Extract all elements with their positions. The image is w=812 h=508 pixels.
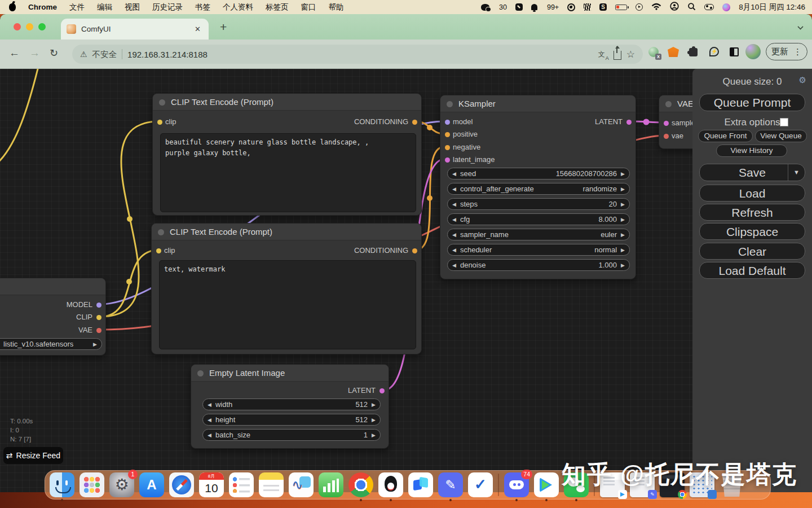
vae-input-port[interactable]	[664, 134, 669, 139]
dock-app-store[interactable]	[139, 472, 164, 497]
zoom-window-button[interactable]	[38, 23, 46, 30]
tab-comfyui[interactable]: ComfyUI ✕	[61, 19, 209, 40]
extensions-puzzle-icon[interactable]	[689, 48, 698, 56]
notability-status-icon[interactable]	[515, 3, 523, 11]
decrement-arrow-icon[interactable]: ◀	[208, 402, 211, 408]
latent-output-port[interactable]	[379, 388, 385, 393]
increment-arrow-icon[interactable]: ▶	[621, 232, 625, 238]
decrement-arrow-icon[interactable]: ◀	[452, 247, 456, 253]
menu-item-window[interactable]: 窗口	[301, 2, 316, 12]
negative-input-port[interactable]	[445, 145, 450, 150]
bookmark-star-icon[interactable]: ☆	[626, 49, 635, 60]
increment-arrow-icon[interactable]: ▶	[621, 171, 625, 177]
menu-item-tabs[interactable]: 标签页	[266, 2, 289, 12]
battery-icon[interactable]	[615, 5, 627, 10]
save-button[interactable]: Save ▼	[699, 164, 805, 181]
positive-input-port[interactable]	[445, 132, 450, 137]
node-title[interactable]: CLIP Text Encode (Prompt)	[153, 94, 421, 111]
clip-output-port[interactable]	[96, 315, 102, 320]
decrement-arrow-icon[interactable]: ◀	[452, 202, 456, 207]
widget-value[interactable]: euler	[601, 230, 617, 239]
decrement-arrow-icon[interactable]: ◀	[452, 171, 456, 177]
widget-value[interactable]: 512	[355, 415, 368, 424]
node-empty-latent-image[interactable]: Empty Latent Image LATENT ◀ width 512 ▶ …	[191, 364, 389, 449]
dock-discord[interactable]: 74	[504, 472, 529, 497]
widget-value[interactable]: 1	[364, 431, 368, 439]
widget-value[interactable]: 512	[355, 400, 368, 409]
tab-close-icon[interactable]: ✕	[192, 25, 203, 33]
decrement-arrow-icon[interactable]: ◀	[452, 217, 456, 222]
apple-logo-icon[interactable]	[9, 3, 16, 11]
leaf-lightning-extension-icon[interactable]: ⚡	[709, 47, 719, 56]
widget-value[interactable]: 20	[609, 200, 617, 208]
height-widget[interactable]: ◀ height 512 ▶	[202, 414, 381, 426]
playback-icon[interactable]	[636, 3, 643, 11]
translate-icon[interactable]: 文	[598, 50, 608, 59]
latent-image-input-port[interactable]	[445, 157, 450, 163]
comfyui-canvas[interactable]: CLIP Text Encode (Prompt) clip CONDITION…	[0, 69, 812, 508]
security-label[interactable]: 不安全	[92, 49, 117, 60]
siri-icon[interactable]	[722, 3, 730, 11]
queue-prompt-button[interactable]: Queue Prompt	[699, 94, 805, 111]
node-clip-text-encode-positive[interactable]: CLIP Text Encode (Prompt) clip CONDITION…	[152, 93, 422, 216]
prompt-textarea[interactable]: beautiful scenery nature glass bottle la…	[160, 133, 416, 212]
control-after-generate-widget[interactable]: ◀ control_after_generate randomize ▶	[447, 183, 630, 195]
tab-search-chevron-icon[interactable]	[797, 24, 803, 29]
metamask-icon[interactable]	[668, 47, 679, 57]
address-bar[interactable]: ⚠ 不安全 192.168.31.214:8188 文 ☆	[72, 45, 643, 64]
dock-reminders[interactable]	[229, 472, 254, 497]
increment-arrow-icon[interactable]: ▶	[621, 202, 625, 207]
menu-item-bookmarks[interactable]: 书签	[195, 2, 210, 12]
steps-widget[interactable]: ◀ steps 20 ▶	[447, 198, 630, 210]
dock-safari[interactable]	[169, 472, 194, 497]
share-icon[interactable]	[614, 51, 621, 60]
prompt-textarea[interactable]: text, watermark	[159, 260, 416, 349]
increment-arrow-icon[interactable]: ▶	[621, 217, 625, 222]
dock-launchpad[interactable]	[80, 472, 104, 497]
model-output-port[interactable]	[96, 303, 102, 308]
minimize-window-button[interactable]	[26, 23, 33, 30]
forward-button[interactable]: →	[29, 47, 40, 59]
scheduler-widget[interactable]: ◀ scheduler normal ▶	[447, 244, 630, 256]
node-title[interactable]: KSampler	[440, 95, 636, 112]
spotlight-search-icon[interactable]	[687, 2, 696, 12]
clip-input-port[interactable]	[157, 120, 162, 125]
widget-value[interactable]: 156680208700286	[556, 169, 617, 178]
batch-size-widget[interactable]: ◀ batch_size 1 ▶	[202, 429, 381, 441]
cfg-widget[interactable]: ◀ cfg 8.000 ▶	[447, 213, 630, 225]
kebab-menu-icon[interactable]: ⋮	[793, 47, 802, 57]
decrement-arrow-icon[interactable]: ◀	[452, 262, 456, 268]
dock-notes-pencil-app[interactable]: ✎	[438, 472, 463, 497]
sampler-name-widget[interactable]: ◀ sampler_name euler ▶	[447, 229, 630, 240]
node-ksampler[interactable]: KSampler model LATENT positive negative	[440, 95, 636, 279]
queue-front-button[interactable]: Queue Front	[698, 130, 753, 142]
model-input-port[interactable]	[445, 120, 450, 125]
resize-feed-button[interactable]: ⇄ Resize Feed	[3, 447, 63, 464]
node-clip-text-encode-negative[interactable]: CLIP Text Encode (Prompt) clip CONDITION…	[151, 223, 422, 354]
decrement-arrow-icon[interactable]: ◀	[208, 417, 211, 423]
dock-calendar[interactable]: 8月 10	[199, 472, 224, 497]
dock-microsoft-todo[interactable]: ✓	[468, 472, 493, 497]
node-title[interactable]	[0, 278, 105, 295]
decrement-arrow-icon[interactable]: ◀	[452, 186, 456, 192]
load-default-button[interactable]: Load Default	[699, 262, 805, 279]
save-dropdown-caret-icon[interactable]: ▼	[788, 164, 800, 181]
wechat-status-icon[interactable]	[481, 4, 489, 11]
dock-tencent-video[interactable]	[534, 472, 559, 497]
dock-finder[interactable]	[50, 472, 74, 497]
width-widget[interactable]: ◀ width 512 ▶	[202, 398, 381, 410]
menu-bar-clock[interactable]: 8月10日 周四 12:46	[739, 2, 805, 12]
increment-arrow-icon[interactable]: ▶	[621, 186, 625, 192]
denoise-widget[interactable]: ◀ denoise 1.000 ▶	[447, 259, 630, 271]
adobe-cc-icon[interactable]	[567, 3, 575, 11]
dock-tencent-meeting[interactable]	[408, 472, 433, 497]
conditioning-output-port[interactable]	[412, 120, 417, 125]
ckpt-name-widget[interactable]: listic_v10.safetensors ▶	[0, 338, 102, 350]
widget-value[interactable]: 1.000	[599, 261, 617, 269]
extension-orb-icon[interactable]	[648, 47, 659, 57]
reload-button[interactable]: ↻	[50, 47, 58, 59]
profile-avatar[interactable]	[745, 44, 761, 59]
extra-options-checkbox[interactable]	[780, 118, 788, 126]
seed-widget[interactable]: ◀ seed 156680208700286 ▶	[447, 168, 630, 179]
increment-arrow-icon[interactable]: ▶	[372, 417, 376, 423]
